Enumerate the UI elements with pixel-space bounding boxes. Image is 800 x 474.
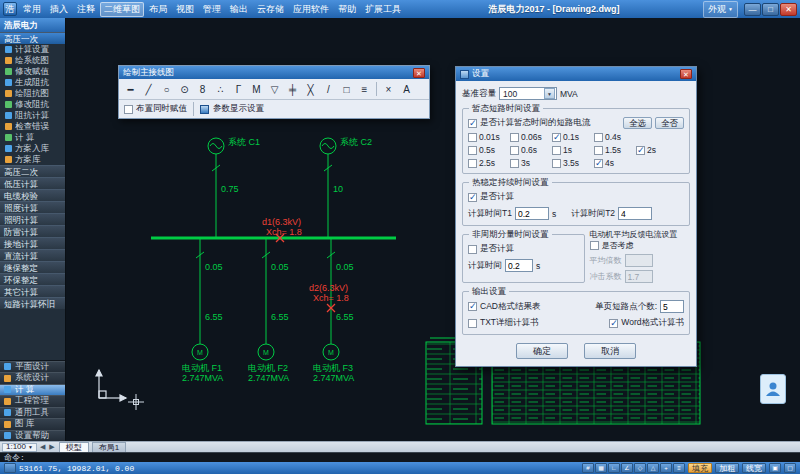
thermal-enable-checkbox[interactable]: 是否计算 — [468, 191, 684, 203]
source-icon[interactable]: ○ — [158, 81, 175, 97]
t1-input[interactable] — [515, 207, 549, 220]
fuse-icon[interactable]: □ — [338, 81, 355, 97]
cad-result-checkbox[interactable]: CAD格式结果表 — [468, 301, 540, 313]
sidebar-item-scheme-library[interactable]: 方案库 — [0, 154, 65, 165]
time-checkbox[interactable]: 1.5s — [594, 145, 636, 155]
time-checkbox[interactable]: 3s — [510, 158, 552, 168]
load-icon[interactable]: ▽ — [266, 81, 283, 97]
sidebar-item-impedance-calc[interactable]: 阻抗计算 — [0, 110, 65, 121]
menu-insert[interactable]: 插入 — [46, 2, 72, 17]
capacitor-icon[interactable]: ╪ — [284, 81, 301, 97]
menu-common[interactable]: 常用 — [19, 2, 45, 17]
menu-layout[interactable]: 布局 — [145, 2, 171, 17]
menu-2d-sketch[interactable]: 二维草图 — [100, 2, 144, 17]
menu-help[interactable]: 帮助 — [334, 2, 360, 17]
nav-library[interactable]: 图 库 — [0, 418, 65, 430]
sidebar-section-hv-primary[interactable]: 高压一次 — [0, 32, 65, 44]
app-logo-icon[interactable]: 浩 — [3, 2, 17, 16]
sidebar-item-edit-values[interactable]: 修改赋值 — [0, 66, 65, 77]
t2-input[interactable] — [618, 207, 652, 220]
aperiodic-time-input[interactable] — [505, 259, 533, 272]
grid-icon[interactable]: ▦ — [595, 463, 607, 473]
time-checkbox[interactable]: 0.01s — [468, 132, 510, 142]
menu-annotate[interactable]: 注释 — [73, 2, 99, 17]
sidebar-section-relay-setting[interactable]: 继保整定 — [0, 261, 65, 273]
sidebar-section-lightning[interactable]: 防雷计算 — [0, 225, 65, 237]
clean-screen-icon[interactable]: ▢ — [784, 463, 796, 473]
nav-calculation[interactable]: 计 算 — [0, 384, 65, 396]
app-status-icon[interactable] — [4, 463, 16, 473]
aperiodic-enable-checkbox[interactable]: 是否计算 — [468, 243, 579, 255]
toolbar-titlebar[interactable]: 绘制主接线图 ✕ — [119, 66, 429, 79]
osnap-icon[interactable]: ◇ — [634, 463, 646, 473]
motor-feedback-checkbox[interactable]: 是否考虑 — [590, 240, 690, 251]
fault-point-icon[interactable]: × — [380, 81, 397, 97]
three-winding-transformer-icon[interactable]: ∴ — [212, 81, 229, 97]
menu-apps[interactable]: 应用软件 — [289, 2, 333, 17]
sidebar-section-lv-calc[interactable]: 低压计算 — [0, 177, 65, 189]
monitor-icon[interactable]: ▣ — [769, 463, 781, 473]
dyn-icon[interactable]: + — [660, 463, 672, 473]
ortho-icon[interactable]: ∟ — [608, 463, 620, 473]
minimize-button[interactable]: — — [744, 3, 761, 16]
time-checkbox[interactable]: 2s — [636, 145, 678, 155]
tab-nav-arrows[interactable]: ◀ ▶ — [40, 443, 56, 451]
wire-icon[interactable]: ╱ — [140, 81, 157, 97]
bold-toggle[interactable]: 加粗 — [715, 463, 739, 473]
nav-settings-help[interactable]: 设置帮助 — [0, 430, 65, 442]
annotation-icon[interactable]: A — [398, 81, 415, 97]
appearance-dropdown[interactable]: 外观▼ — [703, 1, 738, 18]
menu-cloud[interactable]: 云存储 — [253, 2, 288, 17]
word-report-checkbox[interactable]: Word格式计算书 — [609, 317, 684, 329]
assign-while-placing-checkbox[interactable]: 布置同时赋值 — [124, 103, 187, 115]
busbar-icon[interactable]: ━ — [122, 81, 139, 97]
base-capacity-select[interactable]: 100 ▼ — [499, 87, 557, 100]
transient-enable-checkbox[interactable]: 是否计算暂态时间的短路电流 — [468, 117, 591, 129]
sidebar-item-draw-system[interactable]: 绘系统图 — [0, 55, 65, 66]
sidebar-section-dc-calc[interactable]: 直流计算 — [0, 249, 65, 261]
sidebar-section-classic-sc[interactable]: 短路计算怀旧 — [0, 297, 65, 309]
nav-project-manage[interactable]: 工程管理 — [0, 395, 65, 407]
tab-layout1[interactable]: 布局1 — [92, 442, 126, 452]
sidebar-section-protection[interactable]: 环保整定 — [0, 273, 65, 285]
sidebar-section-lighting[interactable]: 照明计算 — [0, 213, 65, 225]
sidebar-section-illuminance[interactable]: 照度计算 — [0, 201, 65, 213]
menu-ext-tools[interactable]: 扩展工具 — [361, 2, 405, 17]
drawing-canvas[interactable]: 系统 C1 系统 C2 0.75 10 0.05 0.05 0.05 6.55 … — [66, 18, 800, 441]
time-checkbox[interactable]: 0.1s — [552, 132, 594, 142]
time-checkbox[interactable]: 2.5s — [468, 158, 510, 168]
sidebar-section-hv-secondary[interactable]: 高压二次 — [0, 165, 65, 177]
menu-manage[interactable]: 管理 — [199, 2, 225, 17]
sidebar-item-gen-impedance[interactable]: 生成阻抗 — [0, 77, 65, 88]
sidebar-item-calculate[interactable]: 计 算 — [0, 132, 65, 143]
sidebar-item-check-errors[interactable]: 检查错误 — [0, 121, 65, 132]
sidebar-section-grounding[interactable]: 接地计算 — [0, 237, 65, 249]
select-all-button[interactable]: 全选 — [623, 117, 652, 129]
reactor-icon[interactable]: Γ — [230, 81, 247, 97]
fill-toggle[interactable]: 填充 — [688, 463, 712, 473]
support-avatar-widget[interactable] — [760, 374, 786, 404]
sidebar-section-cable-check[interactable]: 电缆校验 — [0, 189, 65, 201]
polar-icon[interactable]: ∠ — [621, 463, 633, 473]
menu-output[interactable]: 输出 — [226, 2, 252, 17]
sidebar-item-edit-impedance[interactable]: 修改阻抗 — [0, 99, 65, 110]
time-checkbox[interactable]: 4s — [594, 158, 636, 168]
settings-dialog-titlebar[interactable]: 设置 ✕ — [456, 67, 696, 81]
ground-icon[interactable]: ≡ — [356, 81, 373, 97]
maximize-button[interactable]: □ — [762, 3, 779, 16]
settings-close-button[interactable]: ✕ — [680, 69, 692, 79]
lineweight-toggle[interactable]: 线宽 — [742, 463, 766, 473]
sidebar-item-scheme-save[interactable]: 方案入库 — [0, 143, 65, 154]
transformer-icon[interactable]: 8 — [194, 81, 211, 97]
tab-model[interactable]: 模型 — [59, 442, 89, 452]
lineweight-icon[interactable]: ≡ — [673, 463, 685, 473]
param-display-settings-button[interactable]: 参数显示设置 — [213, 103, 264, 115]
nav-common-tools[interactable]: 通用工具 — [0, 407, 65, 419]
sidebar-item-draw-impedance[interactable]: 绘阻抗图 — [0, 88, 65, 99]
sidebar-item-calc-settings[interactable]: 计算设置 — [0, 44, 65, 55]
time-checkbox[interactable]: 0.06s — [510, 132, 552, 142]
time-checkbox[interactable]: 3.5s — [552, 158, 594, 168]
generator-icon[interactable]: ⊙ — [176, 81, 193, 97]
command-line[interactable]: 命令: — [0, 452, 800, 462]
cancel-button[interactable]: 取消 — [584, 343, 636, 359]
